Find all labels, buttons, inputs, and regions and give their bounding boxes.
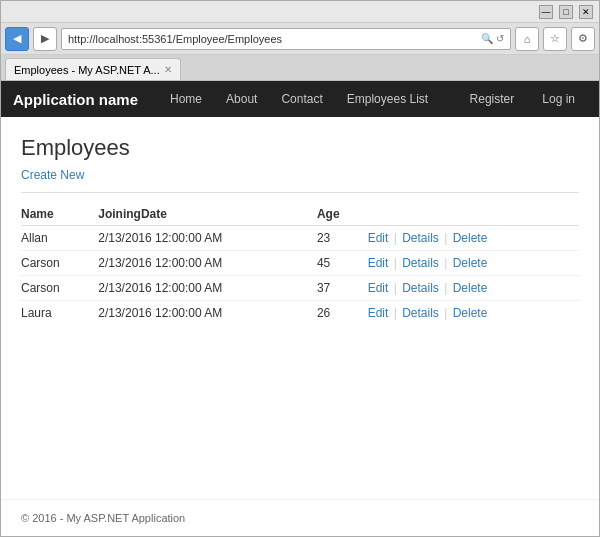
minimize-button[interactable]: —	[539, 5, 553, 19]
maximize-button[interactable]: □	[559, 5, 573, 19]
cell-joining-date: 2/13/2016 12:00:00 AM	[98, 301, 317, 326]
table-row: Carson2/13/2016 12:00:00 AM37Edit | Deta…	[21, 276, 579, 301]
action-delete[interactable]: Delete	[453, 281, 488, 295]
back-icon: ◀	[13, 32, 21, 45]
action-delete[interactable]: Delete	[453, 256, 488, 270]
cell-actions: Edit | Details | Delete	[368, 276, 579, 301]
cell-age: 45	[317, 251, 368, 276]
action-edit[interactable]: Edit	[368, 306, 389, 320]
action-separator: |	[441, 281, 451, 295]
tab-bar: Employees - My ASP.NET A... ✕	[1, 55, 599, 81]
minimize-icon: —	[542, 7, 551, 17]
cell-name: Carson	[21, 251, 98, 276]
nav-employees-list[interactable]: Employees List	[335, 81, 440, 117]
action-separator: |	[390, 231, 400, 245]
cell-actions: Edit | Details | Delete	[368, 301, 579, 326]
action-edit[interactable]: Edit	[368, 281, 389, 295]
cell-age: 37	[317, 276, 368, 301]
forward-icon: ▶	[41, 32, 49, 45]
app-brand[interactable]: Application name	[13, 91, 138, 108]
table-header-row: Name JoiningDate Age	[21, 203, 579, 226]
nav-login[interactable]: Log in	[530, 81, 587, 117]
address-icons: 🔍 ↺	[481, 33, 504, 44]
cell-actions: Edit | Details | Delete	[368, 226, 579, 251]
title-bar-controls: — □ ✕	[539, 5, 593, 19]
close-button[interactable]: ✕	[579, 5, 593, 19]
cell-age: 26	[317, 301, 368, 326]
browser-window: — □ ✕ ◀ ▶ http://localhost:55361/Employe…	[0, 0, 600, 537]
action-details[interactable]: Details	[402, 281, 439, 295]
action-details[interactable]: Details	[402, 306, 439, 320]
back-button[interactable]: ◀	[5, 27, 29, 51]
action-details[interactable]: Details	[402, 231, 439, 245]
footer-text: © 2016 - My ASP.NET Application	[21, 512, 185, 524]
col-header-name: Name	[21, 203, 98, 226]
cell-joining-date: 2/13/2016 12:00:00 AM	[98, 226, 317, 251]
col-header-age: Age	[317, 203, 368, 226]
app-navbar: Application name Home About Contact Empl…	[1, 81, 599, 117]
address-text: http://localhost:55361/Employee/Employee…	[68, 33, 481, 45]
action-separator: |	[390, 281, 400, 295]
action-delete[interactable]: Delete	[453, 306, 488, 320]
nav-bar: ◀ ▶ http://localhost:55361/Employee/Empl…	[1, 23, 599, 55]
settings-button[interactable]: ⚙	[571, 27, 595, 51]
action-separator: |	[441, 231, 451, 245]
action-delete[interactable]: Delete	[453, 231, 488, 245]
star-icon: ☆	[550, 32, 560, 45]
star-button[interactable]: ☆	[543, 27, 567, 51]
cell-age: 23	[317, 226, 368, 251]
cell-joining-date: 2/13/2016 12:00:00 AM	[98, 276, 317, 301]
browser-tab[interactable]: Employees - My ASP.NET A... ✕	[5, 58, 181, 80]
tab-close-icon[interactable]: ✕	[164, 64, 172, 75]
close-icon: ✕	[582, 7, 590, 17]
cell-actions: Edit | Details | Delete	[368, 251, 579, 276]
cell-name: Carson	[21, 276, 98, 301]
maximize-icon: □	[563, 7, 568, 17]
title-bar: — □ ✕	[1, 1, 599, 23]
nav-register[interactable]: Register	[458, 81, 527, 117]
search-icon[interactable]: 🔍	[481, 33, 493, 44]
col-header-joining-date: JoiningDate	[98, 203, 317, 226]
app-nav-right: Register Log in	[458, 81, 587, 117]
cell-joining-date: 2/13/2016 12:00:00 AM	[98, 251, 317, 276]
refresh-icon[interactable]: ↺	[496, 33, 504, 44]
divider	[21, 192, 579, 193]
cell-name: Laura	[21, 301, 98, 326]
page-content: Application name Home About Contact Empl…	[1, 81, 599, 536]
footer: © 2016 - My ASP.NET Application	[1, 499, 599, 536]
employee-table: Name JoiningDate Age Allan2/13/2016 12:0…	[21, 203, 579, 325]
gear-icon: ⚙	[578, 32, 588, 45]
col-header-actions	[368, 203, 579, 226]
action-edit[interactable]: Edit	[368, 231, 389, 245]
address-bar[interactable]: http://localhost:55361/Employee/Employee…	[61, 28, 511, 50]
table-row: Laura2/13/2016 12:00:00 AM26Edit | Detai…	[21, 301, 579, 326]
action-separator: |	[390, 256, 400, 270]
create-new-link[interactable]: Create New	[21, 168, 84, 182]
forward-button[interactable]: ▶	[33, 27, 57, 51]
action-separator: |	[441, 256, 451, 270]
action-details[interactable]: Details	[402, 256, 439, 270]
home-button[interactable]: ⌂	[515, 27, 539, 51]
nav-about[interactable]: About	[214, 81, 269, 117]
cell-name: Allan	[21, 226, 98, 251]
action-separator: |	[390, 306, 400, 320]
action-separator: |	[441, 306, 451, 320]
action-edit[interactable]: Edit	[368, 256, 389, 270]
tab-title: Employees - My ASP.NET A...	[14, 64, 160, 76]
page-title: Employees	[21, 135, 579, 161]
home-icon: ⌂	[524, 33, 531, 45]
app-nav-links: Home About Contact Employees List	[158, 81, 458, 117]
table-row: Allan2/13/2016 12:00:00 AM23Edit | Detai…	[21, 226, 579, 251]
main-area: Employees Create New Name JoiningDate Ag…	[1, 117, 599, 499]
nav-home[interactable]: Home	[158, 81, 214, 117]
table-row: Carson2/13/2016 12:00:00 AM45Edit | Deta…	[21, 251, 579, 276]
nav-contact[interactable]: Contact	[269, 81, 334, 117]
